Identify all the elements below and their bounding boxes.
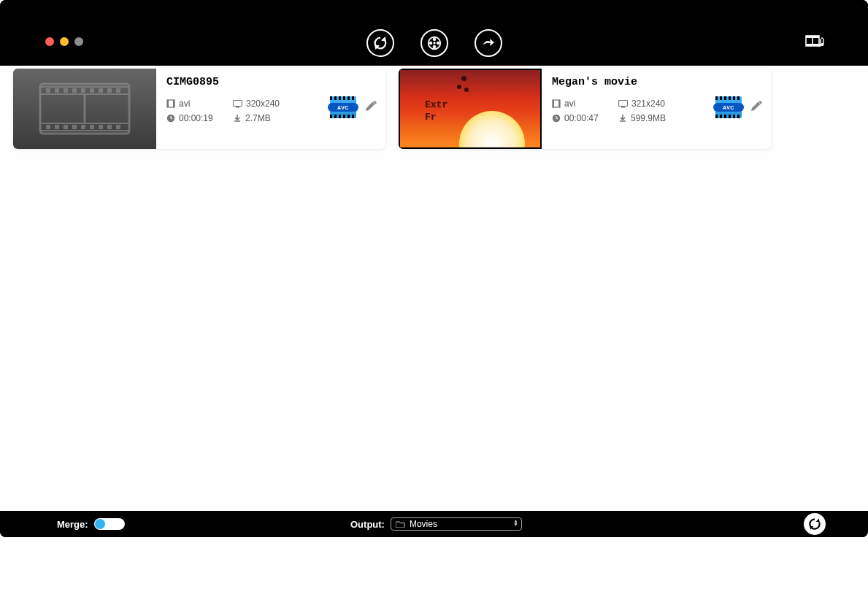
refresh-icon: [372, 35, 388, 51]
media-list-button[interactable]: [805, 34, 826, 55]
svg-rect-22: [46, 125, 50, 129]
convert-icon: [807, 517, 822, 531]
svg-rect-42: [621, 107, 625, 108]
svg-rect-18: [90, 88, 94, 93]
video-duration: 00:00:47: [552, 113, 614, 123]
film-reel-icon: [426, 35, 442, 51]
toggle-knob: [95, 519, 105, 529]
duration-value: 00:00:19: [179, 113, 213, 123]
duration-value: 00:00:47: [564, 113, 599, 123]
svg-rect-24: [64, 125, 68, 129]
svg-rect-29: [107, 125, 112, 129]
svg-rect-8: [806, 44, 819, 46]
resolution-value: 320x240: [246, 99, 280, 109]
video-resolution: 321x240: [618, 99, 699, 109]
video-size: 2.7MB: [233, 113, 313, 123]
codec-badge[interactable]: AVC: [715, 96, 742, 118]
edit-button[interactable]: [749, 99, 764, 117]
video-card[interactable]: Extr Fr Megan's movie avi 321x240: [399, 69, 771, 149]
card-actions: AVC: [330, 96, 378, 118]
svg-rect-26: [81, 125, 85, 129]
svg-rect-21: [116, 88, 120, 93]
output-control: Output: Movies ▲▼: [350, 517, 522, 531]
svg-rect-13: [46, 88, 50, 93]
svg-point-4: [433, 45, 436, 48]
film-icon: [552, 99, 561, 108]
svg-point-3: [437, 42, 439, 45]
folder-icon: [396, 520, 405, 528]
video-card-body: CIMG0895 avi 320x240 00:00:19: [156, 69, 385, 149]
merge-control: Merge:: [57, 518, 125, 530]
minimize-window-button[interactable]: [60, 37, 69, 46]
download-icon: [233, 114, 242, 123]
format-value: avi: [564, 99, 575, 109]
svg-rect-14: [55, 88, 59, 93]
svg-rect-28: [99, 125, 103, 129]
codec-label: AVC: [328, 103, 358, 112]
video-list: CIMG0895 avi 320x240 00:00:19: [0, 66, 868, 511]
merge-label: Merge:: [57, 519, 88, 530]
svg-rect-40: [558, 100, 560, 107]
titlebar: [0, 0, 868, 66]
video-format: avi: [552, 99, 614, 109]
format-value: avi: [179, 99, 190, 109]
svg-rect-25: [72, 125, 77, 129]
size-value: 599.9MB: [631, 113, 666, 123]
merge-toggle[interactable]: [94, 518, 125, 530]
codec-label: AVC: [713, 103, 744, 112]
pencil-icon: [364, 99, 378, 113]
svg-rect-7: [806, 36, 819, 38]
video-format: avi: [166, 99, 228, 109]
output-label: Output:: [350, 519, 385, 530]
svg-rect-34: [173, 100, 174, 107]
display-icon: [618, 100, 628, 108]
svg-rect-27: [90, 125, 94, 129]
svg-rect-15: [64, 88, 68, 93]
pencil-icon: [749, 99, 764, 113]
display-icon: [233, 100, 242, 108]
video-resolution: 320x240: [233, 99, 313, 109]
svg-point-1: [433, 38, 436, 41]
download-icon: [618, 114, 627, 123]
svg-rect-16: [72, 88, 77, 93]
edit-button[interactable]: [364, 99, 378, 117]
video-card[interactable]: CIMG0895 avi 320x240 00:00:19: [13, 69, 385, 149]
video-thumbnail: Extr Fr: [399, 69, 542, 149]
refresh-button[interactable]: [366, 29, 394, 57]
dvd-button[interactable]: [420, 29, 448, 57]
thumb-text: Extr Fr: [425, 99, 448, 124]
convert-button[interactable]: [804, 513, 826, 535]
export-button[interactable]: [475, 29, 502, 57]
clock-icon: [166, 114, 175, 123]
svg-rect-39: [553, 100, 554, 107]
film-icon: [166, 99, 175, 108]
video-duration: 00:00:19: [166, 113, 228, 123]
share-icon: [481, 36, 496, 50]
resolution-value: 321x240: [631, 99, 665, 109]
output-value: Movies: [410, 519, 437, 529]
size-value: 2.7MB: [245, 113, 271, 123]
svg-point-5: [433, 42, 434, 44]
svg-rect-35: [234, 100, 242, 106]
svg-rect-36: [236, 107, 239, 108]
output-folder-select[interactable]: Movies ▲▼: [391, 517, 522, 531]
select-arrows-icon: ▲▼: [513, 519, 518, 526]
video-title: Megan's movie: [552, 76, 762, 88]
svg-rect-41: [619, 100, 628, 106]
svg-rect-23: [55, 125, 59, 129]
codec-badge[interactable]: AVC: [330, 96, 356, 118]
svg-rect-19: [99, 88, 103, 93]
window-controls: [45, 37, 83, 46]
zoom-window-button[interactable]: [74, 37, 83, 46]
toolbar: [366, 29, 502, 57]
clock-icon: [552, 114, 561, 123]
filmstrip-music-icon: [805, 34, 826, 51]
bottombar: Merge: Output: Movies ▲▼: [0, 511, 868, 537]
card-actions: AVC: [715, 96, 764, 118]
svg-point-2: [429, 42, 432, 45]
close-window-button[interactable]: [45, 37, 54, 46]
video-title: CIMG0895: [166, 76, 377, 88]
film-placeholder-icon: [37, 81, 132, 136]
video-thumbnail: [13, 69, 156, 149]
video-card-body: Megan's movie avi 321x240 00:00:47: [542, 69, 771, 149]
